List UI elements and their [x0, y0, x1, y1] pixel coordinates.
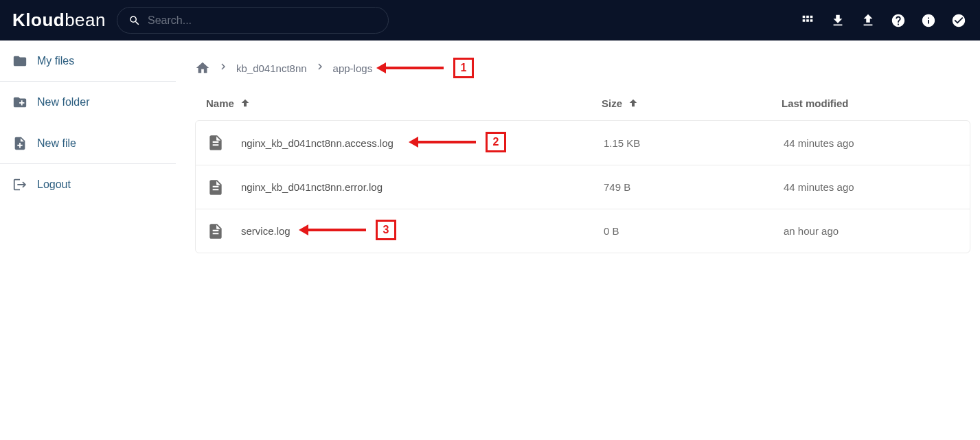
file-row[interactable]: nginx_kb_d041nct8nn.error.log 749 B 44 m… — [196, 165, 970, 209]
check-circle-icon[interactable] — [951, 13, 966, 28]
file-row[interactable]: nginx_kb_d041nct8nn.access.log 1.15 KB 4… — [196, 121, 970, 165]
content-area: kb_d041nct8nn app-logs 1 Name Size Last — [176, 40, 980, 440]
file-size: 1.15 KB — [604, 137, 784, 149]
sidebar: My files New folder New file Logout — [0, 40, 176, 440]
info-icon[interactable] — [921, 13, 936, 28]
logout-icon — [12, 177, 27, 192]
sidebar-item-logout[interactable]: Logout — [0, 164, 176, 205]
app-header: Kloudbean — [0, 0, 980, 40]
header-actions — [800, 13, 966, 28]
search-input[interactable] — [148, 14, 377, 27]
file-size: 0 B — [604, 225, 784, 237]
file-name: nginx_kb_d041nct8nn.access.log — [241, 137, 604, 149]
folder-plus-icon — [12, 95, 27, 110]
file-name: service.log — [241, 225, 604, 237]
sidebar-item-new-folder[interactable]: New folder — [0, 82, 176, 123]
sidebar-item-label: New folder — [37, 96, 89, 108]
sort-asc-icon — [240, 97, 251, 108]
breadcrumb-item[interactable]: app-logs — [333, 62, 373, 74]
chevron-right-icon — [314, 60, 326, 76]
logo-thin: bean — [65, 10, 106, 31]
sort-asc-icon — [628, 97, 639, 108]
search-icon — [128, 14, 141, 27]
download-icon[interactable] — [830, 13, 845, 28]
file-name: nginx_kb_d041nct8nn.error.log — [241, 181, 604, 193]
file-plus-icon — [12, 136, 27, 151]
file-icon — [207, 178, 225, 196]
column-header-modified[interactable]: Last modified — [782, 97, 959, 109]
logo[interactable]: Kloudbean — [12, 10, 106, 31]
sidebar-item-label: New file — [37, 137, 76, 150]
file-icon — [207, 134, 225, 152]
file-modified: 44 minutes ago — [784, 181, 959, 193]
file-size: 749 B — [604, 181, 784, 193]
file-icon — [207, 222, 225, 240]
logo-bold: Kloud — [12, 10, 65, 31]
breadcrumb: kb_d041nct8nn app-logs 1 — [195, 56, 970, 80]
search-container — [117, 7, 389, 34]
sidebar-item-my-files[interactable]: My files — [0, 40, 176, 82]
folder-icon — [12, 54, 27, 69]
chevron-right-icon — [217, 60, 229, 76]
file-modified: 44 minutes ago — [784, 137, 959, 149]
column-header-size[interactable]: Size — [602, 97, 782, 109]
sidebar-item-new-file[interactable]: New file — [0, 123, 176, 164]
home-icon[interactable] — [195, 60, 210, 76]
file-row[interactable]: service.log 0 B an hour ago 3 — [196, 209, 970, 253]
grid-view-icon[interactable] — [800, 13, 815, 28]
file-list: nginx_kb_d041nct8nn.access.log 1.15 KB 4… — [195, 120, 970, 253]
file-modified: an hour ago — [784, 225, 959, 237]
upload-icon[interactable] — [861, 13, 876, 28]
sidebar-item-label: My files — [37, 55, 74, 67]
annotation-1: 1 — [385, 58, 474, 78]
sidebar-item-label: Logout — [37, 178, 71, 191]
breadcrumb-item[interactable]: kb_d041nct8nn — [236, 62, 307, 74]
table-header: Name Size Last modified — [195, 86, 970, 120]
column-header-name[interactable]: Name — [206, 97, 602, 109]
help-icon[interactable] — [891, 13, 906, 28]
